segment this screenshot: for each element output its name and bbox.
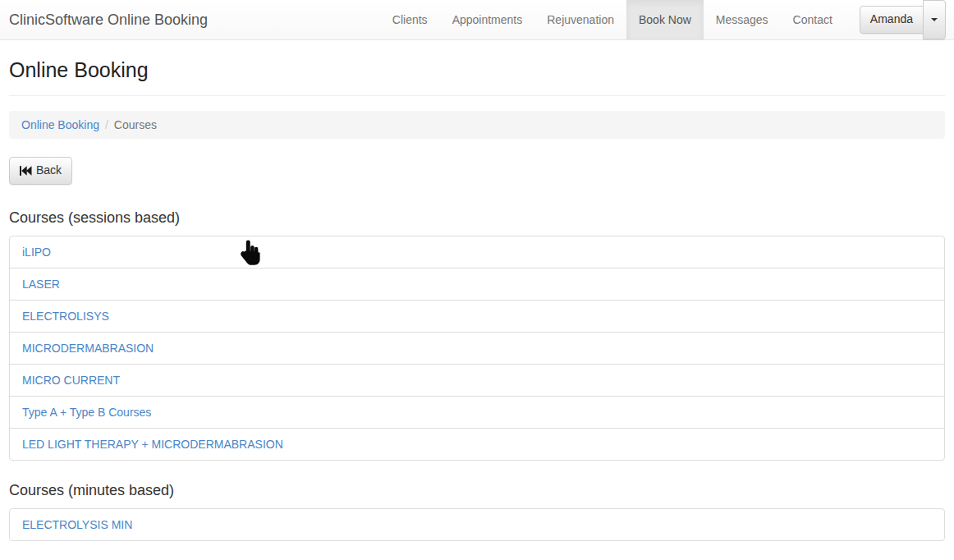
nav-item-rejuvenation[interactable]: Rejuvenation (534, 0, 626, 39)
breadcrumb-separator: / (99, 118, 114, 131)
back-button[interactable]: Back (9, 157, 72, 185)
breadcrumb-current-courses: Courses (114, 118, 157, 131)
user-dropdown-button[interactable] (923, 0, 946, 39)
backward-icon (20, 166, 32, 176)
breadcrumb-link-online-booking[interactable]: Online Booking (21, 118, 99, 131)
breadcrumb: Online Booking / Courses (9, 111, 945, 139)
navbar-menu: Clients Appointments Rejuvenation Book N… (380, 0, 954, 39)
title-divider (9, 95, 945, 96)
back-button-label: Back (36, 163, 62, 179)
user-button[interactable]: Amanda (860, 6, 924, 34)
sessions-courses-heading: Courses (sessions based) (9, 209, 945, 227)
course-link-led-light-therapy[interactable]: LED LIGHT THERAPY + MICRODERMABRASION (10, 428, 944, 460)
main-content: Online Booking Online Booking / Courses … (0, 58, 954, 541)
minutes-courses-heading: Courses (minutes based) (9, 482, 945, 499)
course-link-type-a-type-b[interactable]: Type A + Type B Courses (10, 396, 944, 428)
course-link-micro-current[interactable]: MICRO CURRENT (10, 364, 944, 396)
course-link-laser[interactable]: LASER (10, 268, 944, 300)
course-link-microdermabrasion[interactable]: MICRODERMABRASION (10, 332, 944, 364)
nav-item-contact[interactable]: Contact (781, 0, 845, 39)
nav-item-clients[interactable]: Clients (380, 0, 440, 39)
page-title: Online Booking (9, 58, 945, 82)
caret-down-icon (931, 18, 938, 21)
nav-item-book-now[interactable]: Book Now (626, 0, 704, 39)
brand-link[interactable]: ClinicSoftware Online Booking (9, 0, 208, 39)
user-button-group: Amanda (860, 0, 946, 39)
sessions-courses-list: iLIPO LASER ELECTROLISYS MICRODERMABRASI… (9, 236, 945, 461)
course-link-ilipo[interactable]: iLIPO (10, 236, 944, 268)
course-link-electrolysis-min[interactable]: ELECTROLYSIS MIN (10, 509, 944, 540)
nav-item-appointments[interactable]: Appointments (440, 0, 535, 39)
course-link-electrolisys[interactable]: ELECTROLISYS (10, 300, 944, 332)
top-navbar: ClinicSoftware Online Booking Clients Ap… (0, 0, 954, 40)
minutes-courses-list: ELECTROLYSIS MIN (9, 508, 945, 541)
nav-item-messages[interactable]: Messages (704, 0, 781, 39)
